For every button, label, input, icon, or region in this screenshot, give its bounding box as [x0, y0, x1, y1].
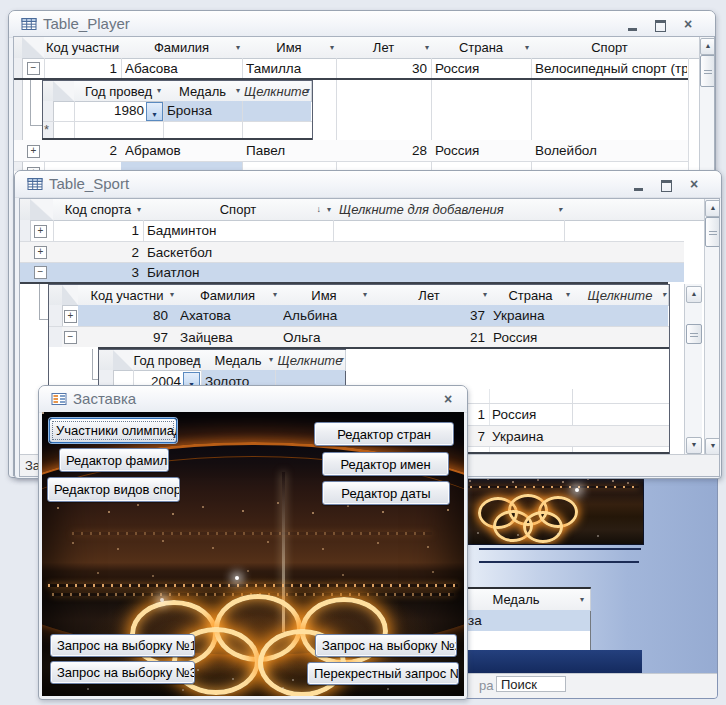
close-icon[interactable]: × [437, 392, 459, 407]
sub-select-all[interactable] [113, 350, 134, 371]
collapse-icon[interactable]: − [64, 331, 77, 344]
column-header[interactable]: Имя▾ [279, 285, 370, 306]
table-sport-titlebar[interactable]: Table_Sport × [15, 171, 721, 198]
column-header[interactable]: Код спорта▾ [53, 199, 144, 221]
table-row[interactable]: 1 Бадминтон [20, 220, 684, 241]
column-header[interactable]: Фамилия▾ [176, 285, 280, 306]
scroll-up-icon[interactable]: ▲ [700, 38, 715, 55]
dropdown-icon[interactable]: ▾ [330, 37, 334, 58]
column-header[interactable]: Лет▾ [369, 285, 490, 306]
combo-dropdown-button[interactable]: ▾ [146, 102, 163, 121]
new-record-icon[interactable]: * [44, 122, 49, 137]
table-row[interactable]: 97 Зайцева Ольга 21 Россия [62, 327, 669, 347]
dropdown-icon[interactable]: ▾ [327, 199, 331, 220]
sub-select-all[interactable] [62, 285, 79, 306]
column-header[interactable]: Код участни▾ [44, 37, 122, 59]
scrollbar-thumb[interactable] [700, 55, 715, 87]
restore-icon[interactable] [655, 177, 677, 192]
table-row[interactable]: 2 Абрамов Павел 28 Россия Волейбол [14, 140, 688, 161]
minimize-icon[interactable] [627, 177, 649, 192]
expand-icon[interactable]: + [34, 246, 47, 259]
collapse-icon[interactable]: − [27, 62, 40, 75]
table-player-titlebar[interactable]: Table_Player × [9, 11, 715, 38]
scroll-down-icon[interactable]: ▼ [686, 437, 702, 454]
add-column-header[interactable]: Щелкните для добавления▾ [333, 199, 571, 221]
sub-select-all[interactable] [53, 81, 75, 102]
column-header[interactable]: Спорт [531, 37, 689, 59]
table-icon [21, 16, 37, 32]
scroll-down-icon[interactable]: ▼ [705, 438, 720, 455]
dropdown-icon[interactable]: ▾ [662, 285, 666, 305]
column-header[interactable]: Медаль▾ [201, 350, 276, 371]
dropdown-icon[interactable]: ▾ [195, 350, 199, 370]
dropdown-icon[interactable]: ▾ [269, 350, 273, 370]
scroll-up-icon[interactable]: ▲ [686, 286, 702, 303]
participants-button[interactable]: Участники олимпиады [49, 418, 177, 443]
close-icon[interactable]: × [677, 17, 699, 32]
column-header[interactable]: Код участни▾ [78, 285, 177, 306]
column-header[interactable]: Фамилия▾ [121, 37, 243, 59]
sub-vertical-scrollbar[interactable]: ▲ ▼ [684, 284, 702, 454]
column-header[interactable]: Медаль▾ [163, 81, 243, 102]
dropdown-icon[interactable]: ▾ [558, 199, 562, 220]
collapse-icon[interactable]: − [34, 266, 47, 279]
column-header-sorted[interactable]: Спорт↓▾ [143, 199, 334, 221]
dropdown-icon[interactable]: ▾ [363, 285, 367, 305]
surname-editor-button[interactable]: Редактор фамилий [59, 448, 169, 472]
scroll-up-icon[interactable]: ▲ [705, 200, 720, 217]
column-header[interactable]: Страна▾ [431, 37, 532, 59]
dropdown-icon[interactable]: ▾ [157, 81, 161, 101]
date-editor-button[interactable]: Редактор даты [322, 481, 450, 505]
column-header[interactable]: Страна▾ [489, 285, 573, 306]
scrollbar-thumb[interactable] [705, 217, 720, 247]
dropdown-icon[interactable]: ▾ [236, 37, 240, 58]
scrollbar-thumb[interactable] [686, 324, 702, 344]
table-sport-title: Table_Sport [49, 175, 129, 192]
add-column-header[interactable]: Щелкните▾ [275, 350, 346, 371]
column-header[interactable]: Лет▾ [336, 37, 432, 59]
name-editor-button[interactable]: Редактор имен [322, 452, 449, 476]
dropdown-icon[interactable]: ▾ [115, 37, 119, 58]
table-row-selected[interactable]: 80 Ахатова Альбина 37 Украина [78, 305, 668, 326]
vertical-scrollbar[interactable]: ▲ ▼ [704, 199, 720, 454]
splash-titlebar[interactable]: Заставка × [39, 386, 467, 413]
table-player-title: Table_Player [43, 15, 130, 32]
dropdown-icon[interactable]: ▾ [137, 199, 141, 220]
column-header[interactable]: Год провед▾ [74, 81, 164, 102]
add-column-header[interactable]: Щелкните▾ [242, 81, 312, 102]
splash-title: Заставка [73, 390, 136, 407]
minimize-icon[interactable] [621, 17, 643, 32]
dropdown-icon[interactable]: ▾ [339, 350, 343, 370]
dropdown-icon[interactable]: ▾ [525, 37, 529, 58]
dropdown-icon[interactable]: ▾ [483, 285, 487, 305]
expander-column-header[interactable] [22, 37, 45, 59]
table-row[interactable]: 2 Баскетбол [20, 242, 684, 262]
table-row-selected[interactable]: 3 Биатлон [20, 263, 684, 282]
add-column-header[interactable]: Щелкните▾ [572, 285, 669, 306]
select-query-1-button[interactable]: Запрос на выборку №1 [50, 634, 195, 657]
select-query-3-button[interactable]: Запрос на выборку №3 [50, 661, 195, 684]
dropdown-icon[interactable]: ▾ [273, 285, 277, 305]
dropdown-icon[interactable]: ▾ [305, 81, 309, 101]
expand-icon[interactable]: + [34, 225, 47, 238]
dropdown-icon[interactable]: ▾ [580, 589, 584, 610]
crosstab-query-4-button[interactable]: Перекрестный запрос №4 [307, 662, 459, 685]
column-header[interactable]: Год провед▾ [133, 350, 202, 371]
table-row[interactable]: 1 Абасова Тамилла 30 Россия Велосипедный… [14, 58, 688, 78]
select-query-2-button[interactable]: Запрос на выборку №2 [315, 634, 457, 657]
column-header[interactable]: Имя▾ [242, 37, 337, 59]
access-mdi-workspace: Table_Player × Код участни▾ Фамилия▾ Имя… [0, 0, 726, 705]
expander-column-header[interactable] [30, 199, 54, 221]
dropdown-icon[interactable]: ▾ [566, 285, 570, 305]
search-input[interactable] [496, 676, 566, 692]
expand-icon[interactable]: + [64, 310, 77, 323]
sport-types-editor-button[interactable]: Редактор видов спорта [47, 477, 180, 502]
dropdown-icon[interactable]: ▾ [425, 37, 429, 58]
dropdown-icon[interactable]: ▾ [170, 285, 174, 305]
form-line [479, 561, 639, 563]
restore-icon[interactable] [649, 17, 671, 32]
expand-icon[interactable]: + [27, 145, 40, 158]
country-editor-button[interactable]: Редактор стран [314, 422, 454, 446]
dropdown-icon[interactable]: ▾ [236, 81, 240, 101]
close-icon[interactable]: × [683, 177, 705, 192]
